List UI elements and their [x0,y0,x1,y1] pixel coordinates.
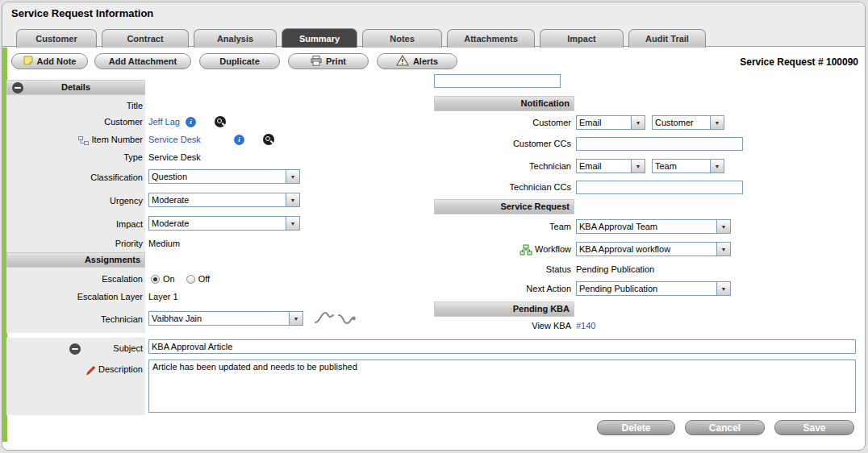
team-label: Team [452,221,571,232]
escalation-on-radio[interactable] [151,275,160,284]
chevron-down-icon [631,116,645,129]
request-number: Service Request # 100090 [645,56,858,68]
tab-attachments[interactable]: Attachments [447,29,535,48]
delete-button[interactable]: Delete [597,420,675,435]
add-attachment-label: Add Attachment [109,56,177,66]
technician-method-select[interactable]: Email [576,159,645,173]
status-label: Status [452,264,571,275]
status-value: Pending Publication [576,264,654,275]
technician-select[interactable]: Vaibhav Jain [148,311,303,326]
technician-ccs-input[interactable] [576,181,743,194]
pencil-icon[interactable] [86,365,96,376]
escalation-layer-value: Layer 1 [148,291,178,302]
tab-analysis[interactable]: Analysis [194,29,277,48]
escalation-on-label: On [163,274,175,284]
escalate-icon[interactable] [314,310,335,329]
technician-label: Technician [24,314,143,325]
tab-notes[interactable]: Notes [362,29,442,48]
notification-header-label: Notification [521,98,570,108]
empty-top-input[interactable] [434,74,561,88]
notification-technician-label: Technician [452,160,571,172]
deescalate-icon[interactable] [337,311,357,330]
team-select[interactable]: KBA Approval Team [576,219,731,234]
alerts-button[interactable]: Alerts [377,53,457,69]
details-header-label: Details [61,82,90,92]
view-kba-label: View KBA [452,320,571,331]
tab-impact[interactable]: Impact [540,29,624,48]
workflow-icon [520,244,532,256]
customer-info-icon[interactable] [186,117,196,127]
workflow-select[interactable]: KBA Approval workflow [576,242,731,256]
title-label: Title [24,100,143,111]
technician-recipient-select[interactable]: Team [652,159,724,173]
tab-customer[interactable]: Customer [16,29,97,48]
details-section-header: Details [6,80,145,95]
customer-ccs-input[interactable] [576,137,743,151]
escalation-off-radio[interactable] [186,275,195,284]
customer-method-select[interactable]: Email [576,115,645,130]
impact-select[interactable]: Moderate [148,216,300,231]
item-icon [78,136,89,145]
print-label: Print [326,56,346,66]
description-label: Description [98,364,143,374]
tab-audit-trail[interactable]: Audit Trail [628,29,706,48]
print-button[interactable]: Print [288,53,369,69]
chevron-down-icon [716,282,730,295]
chevron-down-icon [631,160,645,172]
cancel-button[interactable]: Cancel [685,420,765,435]
classification-select[interactable]: Question [148,169,300,184]
priority-value: Medium [148,238,180,249]
item-number-link[interactable]: Service Desk [148,134,201,145]
chevron-down-icon [289,312,303,325]
item-number-label-row: Item Number [24,134,143,145]
workflow-label: Workflow [535,244,571,254]
workflow-label-row: Workflow [452,243,571,255]
technician-recipient-value: Team [653,160,710,172]
technician-ccs-label: Technician CCs [452,181,571,193]
view-kba-link[interactable]: #140 [576,320,595,331]
tab-summary[interactable]: Summary [282,28,357,48]
escalation-radio-group: On Off [151,273,210,285]
chevron-down-icon [286,170,299,183]
escalation-off-label: Off [198,274,210,284]
urgency-select[interactable]: Moderate [148,193,300,207]
item-info-icon[interactable] [234,135,244,145]
chevron-down-icon [716,243,730,256]
impact-selected-value: Moderate [149,217,286,230]
subject-label: Subject [24,343,143,354]
collapse-details-icon[interactable] [12,82,23,94]
pending-kba-header-label: Pending KBA [513,304,570,314]
tab-contract[interactable]: Contract [102,29,189,48]
notification-section-header: Notification [434,96,574,111]
next-action-select[interactable]: Pending Publication [576,281,731,296]
escalation-layer-label: Escalation Layer [24,291,143,302]
customer-method-value: Email [577,116,631,129]
chevron-down-icon [286,217,299,230]
type-value: Service Desk [148,152,201,163]
item-number-label: Item Number [91,135,143,144]
chevron-down-icon [710,116,724,129]
add-note-label: Add Note [37,56,77,66]
technician-method-value: Email [577,160,631,172]
customer-link[interactable]: Jeff Lag [148,116,180,127]
duplicate-button[interactable]: Duplicate [199,53,280,69]
impact-label: Impact [24,218,143,230]
add-attachment-button[interactable]: Add Attachment [94,53,191,69]
workflow-selected-value: KBA Approval workflow [577,243,716,256]
chevron-down-icon [716,220,730,233]
customer-recipient-select[interactable]: Customer [652,115,724,130]
add-note-button[interactable]: Add Note [11,53,88,69]
print-icon [311,56,322,68]
chevron-down-icon [710,160,724,172]
alerts-label: Alerts [413,56,438,66]
save-button[interactable]: Save [774,420,854,435]
description-textarea[interactable]: Article has been updated and needs to be… [148,359,856,413]
customer-label: Customer [24,116,143,127]
customer-recipient-value: Customer [653,116,710,129]
subject-input[interactable] [148,339,856,354]
customer-ccs-label: Customer CCs [452,138,571,149]
page-title: Service Request Information [11,7,153,19]
priority-label: Priority [24,238,143,249]
classification-label: Classification [24,172,143,183]
screen: Service Request Information Customer Con… [0,0,868,453]
